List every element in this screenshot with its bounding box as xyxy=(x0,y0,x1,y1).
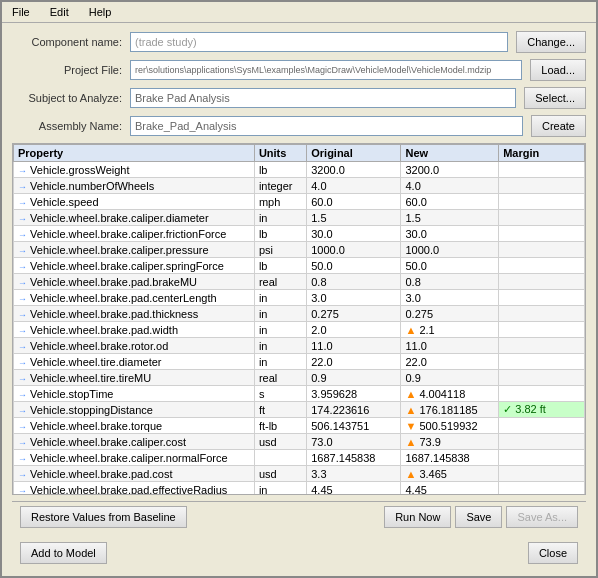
cell-original: 0.8 xyxy=(307,274,401,290)
header-units: Units xyxy=(254,145,306,162)
table-row[interactable]: → Vehicle.grossWeightlb3200.03200.0 xyxy=(14,162,585,178)
cell-original: 0.9 xyxy=(307,370,401,386)
menu-file[interactable]: File xyxy=(7,4,35,20)
properties-table: Property Units Original New Margin → Veh… xyxy=(13,144,585,495)
add-to-model-button[interactable]: Add to Model xyxy=(20,542,107,564)
assembly-name-input[interactable] xyxy=(130,116,523,136)
cell-margin xyxy=(499,386,585,402)
assembly-name-row: Assembly Name: Create xyxy=(12,115,586,137)
run-now-button[interactable]: Run Now xyxy=(384,506,451,528)
cell-units xyxy=(254,450,306,466)
arrow-up-icon: ▲ xyxy=(405,388,416,400)
cell-property: → Vehicle.wheel.brake.pad.width xyxy=(14,322,255,338)
table-row[interactable]: → Vehicle.wheel.brake.caliper.pressureps… xyxy=(14,242,585,258)
cell-new: ▼ 500.519932 xyxy=(401,418,499,434)
cell-original: 506.143751 xyxy=(307,418,401,434)
table-row[interactable]: → Vehicle.wheel.brake.pad.thicknessin0.2… xyxy=(14,306,585,322)
cell-property: → Vehicle.wheel.brake.caliper.cost xyxy=(14,434,255,450)
cell-units: in xyxy=(254,338,306,354)
project-file-row: Project File: Load... xyxy=(12,59,586,81)
select-button[interactable]: Select... xyxy=(524,87,586,109)
project-file-label: Project File: xyxy=(12,64,122,76)
subject-analyze-label: Subject to Analyze: xyxy=(12,92,122,104)
table-row[interactable]: → Vehicle.speedmph60.060.0 xyxy=(14,194,585,210)
table-row[interactable]: → Vehicle.wheel.brake.caliper.normalForc… xyxy=(14,450,585,466)
cell-property: → Vehicle.wheel.tire.diameter xyxy=(14,354,255,370)
arrow-up-icon: ▲ xyxy=(405,404,416,416)
save-as-button[interactable]: Save As... xyxy=(506,506,578,528)
load-button[interactable]: Load... xyxy=(530,59,586,81)
cell-units: mph xyxy=(254,194,306,210)
table-row[interactable]: → Vehicle.numberOfWheelsinteger4.04.0 xyxy=(14,178,585,194)
table-row[interactable]: → Vehicle.stopTimes3.959628▲ 4.004118 xyxy=(14,386,585,402)
cell-property: → Vehicle.wheel.brake.rotor.od xyxy=(14,338,255,354)
table-row[interactable]: → Vehicle.wheel.brake.caliper.diameterin… xyxy=(14,210,585,226)
cell-original: 30.0 xyxy=(307,226,401,242)
table-row[interactable]: → Vehicle.wheel.tire.diameterin22.022.0 xyxy=(14,354,585,370)
cell-units: ft-lb xyxy=(254,418,306,434)
change-button[interactable]: Change... xyxy=(516,31,586,53)
cell-new: 60.0 xyxy=(401,194,499,210)
cell-units: in xyxy=(254,210,306,226)
table-row[interactable]: → Vehicle.wheel.brake.pad.centerLengthin… xyxy=(14,290,585,306)
checkmark-icon: ✓ xyxy=(503,403,512,415)
table-row[interactable]: → Vehicle.wheel.brake.pad.costusd3.3▲ 3.… xyxy=(14,466,585,482)
subject-analyze-input[interactable] xyxy=(130,88,516,108)
cell-margin xyxy=(499,274,585,290)
table-row[interactable]: → Vehicle.wheel.brake.pad.effectiveRadiu… xyxy=(14,482,585,496)
table-row[interactable]: → Vehicle.wheel.brake.torqueft-lb506.143… xyxy=(14,418,585,434)
cell-units: usd xyxy=(254,466,306,482)
cell-units: lb xyxy=(254,258,306,274)
table-row[interactable]: → Vehicle.wheel.brake.pad.widthin2.0▲ 2.… xyxy=(14,322,585,338)
cell-margin xyxy=(499,322,585,338)
cell-property: → Vehicle.wheel.brake.pad.brakeMU xyxy=(14,274,255,290)
table-row[interactable]: → Vehicle.wheel.brake.pad.brakeMUreal0.8… xyxy=(14,274,585,290)
cell-units: in xyxy=(254,306,306,322)
table-row[interactable]: → Vehicle.wheel.brake.rotor.odin11.011.0 xyxy=(14,338,585,354)
header-new: New xyxy=(401,145,499,162)
project-file-input[interactable] xyxy=(130,60,522,80)
cell-units: integer xyxy=(254,178,306,194)
cell-margin xyxy=(499,354,585,370)
cell-new: ▲ 4.004118 xyxy=(401,386,499,402)
close-button[interactable]: Close xyxy=(528,542,578,564)
cell-property: → Vehicle.stoppingDistance xyxy=(14,402,255,418)
cell-margin xyxy=(499,162,585,178)
cell-units: lb xyxy=(254,162,306,178)
cell-property: → Vehicle.wheel.brake.caliper.springForc… xyxy=(14,258,255,274)
cell-original: 2.0 xyxy=(307,322,401,338)
table-row[interactable]: → Vehicle.stoppingDistanceft174.223616▲ … xyxy=(14,402,585,418)
subject-analyze-row: Subject to Analyze: Select... xyxy=(12,87,586,109)
header-margin: Margin xyxy=(499,145,585,162)
menu-edit[interactable]: Edit xyxy=(45,4,74,20)
restore-button[interactable]: Restore Values from Baseline xyxy=(20,506,187,528)
table-row[interactable]: → Vehicle.wheel.brake.caliper.frictionFo… xyxy=(14,226,585,242)
cell-original: 11.0 xyxy=(307,338,401,354)
cell-margin xyxy=(499,466,585,482)
properties-table-container[interactable]: Property Units Original New Margin → Veh… xyxy=(12,143,586,495)
cell-units: lb xyxy=(254,226,306,242)
table-row[interactable]: → Vehicle.wheel.brake.caliper.costusd73.… xyxy=(14,434,585,450)
bottom-bar-right: Run Now Save Save As... xyxy=(384,506,578,528)
cell-original: 1000.0 xyxy=(307,242,401,258)
create-button[interactable]: Create xyxy=(531,115,586,137)
cell-margin xyxy=(499,434,585,450)
menu-bar: File Edit Help xyxy=(2,2,596,23)
cell-new: 1.5 xyxy=(401,210,499,226)
save-button[interactable]: Save xyxy=(455,506,502,528)
menu-help[interactable]: Help xyxy=(84,4,117,20)
table-row[interactable]: → Vehicle.wheel.tire.tireMUreal0.90.9 xyxy=(14,370,585,386)
component-name-input[interactable] xyxy=(130,32,508,52)
cell-units: usd xyxy=(254,434,306,450)
cell-margin xyxy=(499,370,585,386)
table-row[interactable]: → Vehicle.wheel.brake.caliper.springForc… xyxy=(14,258,585,274)
cell-margin xyxy=(499,194,585,210)
cell-original: 60.0 xyxy=(307,194,401,210)
cell-new: 22.0 xyxy=(401,354,499,370)
cell-margin xyxy=(499,418,585,434)
cell-original: 3.0 xyxy=(307,290,401,306)
cell-original: 1.5 xyxy=(307,210,401,226)
cell-new: ▲ 73.9 xyxy=(401,434,499,450)
cell-property: → Vehicle.numberOfWheels xyxy=(14,178,255,194)
very-bottom-bar: Add to Model Close xyxy=(12,538,586,568)
